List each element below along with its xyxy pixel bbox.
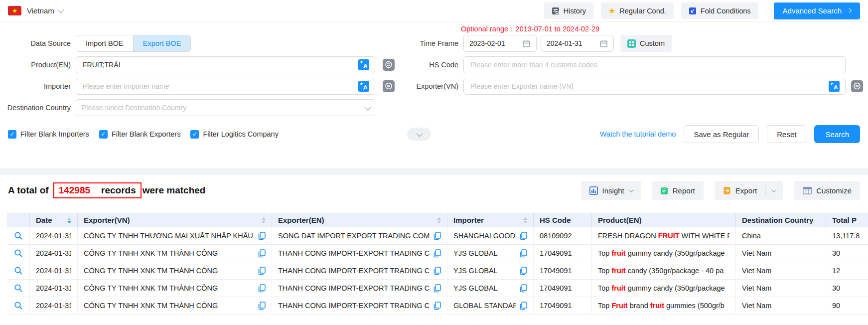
copy-button[interactable]	[254, 249, 266, 258]
copy-button[interactable]	[430, 267, 441, 275]
hs-code-input[interactable]	[469, 60, 840, 69]
chevron-down-icon	[365, 104, 371, 110]
top-bar: ★ Vietnam History ★ Regular Cond. Fold C…	[0, 0, 868, 22]
importer-input[interactable]	[82, 82, 358, 91]
cell-exporter-en: THANH CONG IMPORT-EXPORT TRADING C	[272, 262, 447, 279]
report-button[interactable]: Report	[652, 181, 704, 200]
filter-blank-exporters-checkbox[interactable]: ✓ Filter Blank Exporters	[99, 130, 181, 139]
product-text: FRESH DRAGON	[598, 232, 658, 240]
column-header-date[interactable]: Date	[30, 213, 78, 227]
filter-logistics-company-checkbox[interactable]: ✓ Filter Logitics Company	[190, 130, 279, 139]
destination-country-select[interactable]: Please select Destination Country	[76, 99, 375, 116]
history-icon	[552, 7, 560, 15]
translate-icon[interactable]: A	[358, 81, 369, 92]
customize-label: Customize	[816, 186, 852, 195]
chevron-down-icon	[57, 7, 64, 13]
copy-button[interactable]	[254, 302, 266, 310]
copy-button[interactable]	[516, 249, 527, 258]
copy-button[interactable]	[430, 249, 441, 258]
cell-total: 90	[826, 297, 868, 314]
cell-destination: Viet Nam	[736, 280, 826, 297]
results-summary: A total of 142985 records were matched	[8, 182, 205, 198]
column-header-total: Total P	[826, 213, 868, 227]
cell-row-search[interactable]	[7, 227, 30, 244]
cell-row-search[interactable]	[7, 297, 30, 314]
highlight-term: fruit	[650, 302, 664, 310]
history-button[interactable]: History	[544, 2, 593, 19]
highlight-term: Fruit	[611, 302, 627, 310]
reset-button[interactable]: Reset	[767, 125, 806, 143]
column-label: Total P	[832, 216, 857, 224]
exporter-vn-field-wrap: A	[463, 78, 846, 95]
checkbox-label: Filter Blank Importers	[20, 130, 89, 138]
date-start-field[interactable]: 2023-02-01	[463, 35, 537, 52]
advanced-search-button[interactable]: Advanced Search	[774, 2, 860, 19]
copy-button[interactable]	[430, 284, 441, 293]
copy-button[interactable]	[254, 284, 266, 293]
cell-row-search[interactable]	[7, 280, 30, 297]
search-button[interactable]: Search	[814, 125, 860, 143]
highlight-term: fruit	[611, 267, 625, 275]
copy-button[interactable]	[516, 302, 527, 310]
translate-icon[interactable]: A	[829, 81, 840, 92]
export-icon	[723, 186, 731, 195]
cell-product: Top Fruit brand fruit gummies (500gr/b	[592, 297, 736, 314]
cell-exporter-vn: CÔNG TY TNHH THƯƠNG MẠI XUẤT NHẬP KHẨU	[78, 227, 272, 244]
results-table: DateExporter(VN)Exporter(EN)ImporterHS C…	[7, 213, 868, 315]
exclude-keyword-button[interactable]	[382, 58, 395, 71]
column-header-exporterEn[interactable]: Exporter(EN)	[272, 213, 447, 227]
record-count: 142985	[59, 185, 90, 196]
country-selector[interactable]: ★ Vietnam	[8, 6, 62, 15]
column-label: HS Code	[540, 216, 571, 224]
chevron-down-icon[interactable]	[771, 187, 776, 192]
import-boe-tab[interactable]: Import BOE	[76, 35, 134, 51]
save-as-regular-button[interactable]: Save as Regular	[684, 125, 759, 143]
copy-icon	[258, 232, 266, 240]
cell-row-search[interactable]	[7, 245, 30, 262]
vietnam-flag-icon: ★	[8, 6, 21, 15]
export-button[interactable]: Export	[715, 181, 783, 200]
exclude-icon	[851, 80, 863, 92]
tutorial-demo-link[interactable]: Watch the tutorial demo	[600, 130, 676, 138]
copy-button[interactable]	[430, 302, 441, 310]
sort-icon[interactable]	[62, 217, 71, 223]
search-form: Optional range：2013-07-01 to 2024-02-29 …	[0, 22, 868, 143]
destination-country-label: Destination Country	[0, 104, 71, 112]
copy-button[interactable]	[516, 284, 527, 293]
exclude-keyword-button[interactable]	[851, 80, 864, 93]
sort-icon[interactable]	[432, 217, 441, 223]
cell-product: FRESH DRAGON FRUIT WITH WHITE R	[592, 227, 736, 244]
filter-blank-importers-checkbox[interactable]: ✓ Filter Blank Importers	[8, 130, 89, 139]
copy-button[interactable]	[516, 267, 527, 275]
column-header-importer[interactable]: Importer	[447, 213, 534, 227]
copy-button[interactable]	[254, 267, 266, 275]
cell-hs-code: 17049091	[534, 245, 592, 262]
calendar-icon	[522, 39, 531, 48]
product-input[interactable]	[82, 60, 358, 69]
customize-icon	[803, 187, 812, 194]
exclude-keyword-button[interactable]	[382, 80, 395, 93]
cell-row-search[interactable]	[7, 262, 30, 279]
collapse-conditions-button[interactable]	[407, 128, 431, 141]
insight-button[interactable]: Insight	[581, 181, 641, 200]
copy-button[interactable]	[516, 232, 527, 240]
copy-button[interactable]	[430, 232, 441, 240]
translate-icon[interactable]: A	[358, 59, 369, 70]
table-row: 2024-01-31CÔNG TY TNHH XNK TM THÀNH CÔNG…	[7, 245, 868, 262]
sort-icon[interactable]	[257, 217, 266, 223]
column-header-exporterVn[interactable]: Exporter(VN)	[78, 213, 272, 227]
copy-button[interactable]	[254, 232, 266, 240]
date-end-field[interactable]: 2024-01-31	[541, 35, 614, 52]
table-row: 2024-01-31CÔNG TY TNHH XNK TM THÀNH CÔNG…	[7, 262, 868, 280]
customize-button[interactable]: Customize	[794, 181, 860, 200]
export-boe-tab[interactable]: Export BOE	[134, 35, 191, 51]
fold-conditions-button[interactable]: Fold Conditions	[681, 2, 758, 19]
exporter-vn-input[interactable]	[469, 82, 829, 91]
custom-range-button[interactable]: Custom	[620, 35, 672, 52]
cell-importer: GLOBAL STANDAR	[447, 297, 534, 314]
record-count-highlight-box: 142985 records	[53, 182, 142, 198]
regular-cond-button[interactable]: ★ Regular Cond.	[601, 2, 674, 19]
table-body: 2024-01-31CÔNG TY TNHH THƯƠNG MẠI XUẤT N…	[7, 227, 868, 315]
sort-icon[interactable]	[518, 217, 527, 223]
summary-prefix: A total of	[8, 185, 49, 196]
